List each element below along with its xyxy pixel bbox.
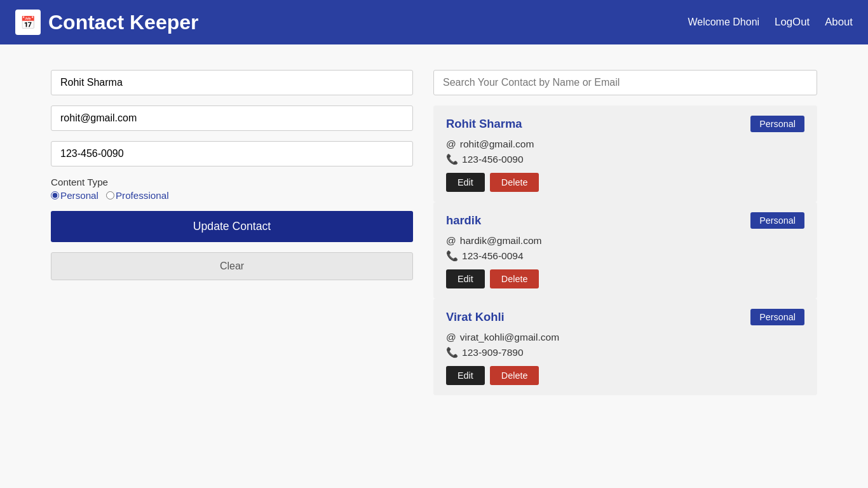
contact-actions: Edit Delete [446, 269, 804, 288]
contact-actions: Edit Delete [446, 366, 804, 385]
brand: 📅 Contact Keeper [15, 10, 199, 35]
contact-type-badge: Personal [750, 309, 804, 325]
delete-button[interactable]: Delete [490, 366, 539, 385]
contact-name: Virat Kohli [446, 310, 505, 324]
radio-personal[interactable] [51, 191, 59, 200]
contact-type-badge: Personal [750, 212, 804, 229]
contact-type-badge: Personal [750, 116, 804, 132]
phone-icon: 📞 [446, 347, 458, 358]
logout-link[interactable]: LogOut [775, 16, 810, 29]
contact-card: hardik Personal @ hardik@gmail.com 📞 123… [433, 202, 817, 299]
radio-professional-label[interactable]: Professional [116, 190, 169, 201]
contact-info: @ hardik@gmail.com 📞 123-456-0094 [446, 235, 804, 262]
search-input[interactable] [433, 70, 817, 95]
at-icon: @ [446, 332, 456, 343]
radio-professional[interactable] [106, 191, 114, 200]
contact-phone-row: 📞 123-456-0094 [446, 250, 804, 262]
contact-card-header: Virat Kohli Personal [446, 309, 804, 325]
delete-button[interactable]: Delete [490, 173, 539, 192]
delete-button[interactable]: Delete [490, 269, 539, 288]
contact-card: Virat Kohli Personal @ virat_kohli@gmail… [433, 299, 817, 395]
contact-phone-row: 📞 123-456-0090 [446, 154, 804, 165]
edit-button[interactable]: Edit [446, 173, 485, 192]
at-icon: @ [446, 139, 456, 150]
main-content: Content Type Personal Professional Updat… [0, 44, 868, 421]
content-type-section: Content Type Personal Professional [51, 177, 413, 201]
contact-card-header: hardik Personal [446, 212, 804, 229]
at-icon: @ [446, 235, 456, 247]
edit-form-panel: Content Type Personal Professional Updat… [51, 70, 413, 395]
contact-email-row: @ virat_kohli@gmail.com [446, 332, 804, 343]
edit-button[interactable]: Edit [446, 366, 485, 385]
update-contact-button[interactable]: Update Contact [51, 211, 413, 242]
contact-info: @ rohit@gmail.com 📞 123-456-0090 [446, 139, 804, 165]
navbar-links: Welcome Dhoni LogOut About [688, 16, 853, 29]
name-input[interactable] [51, 70, 413, 95]
contact-phone-row: 📞 123-909-7890 [446, 347, 804, 358]
contact-phone: 123-909-7890 [462, 347, 524, 358]
phone-icon: 📞 [446, 250, 458, 262]
welcome-text: Welcome Dhoni [688, 17, 759, 28]
brand-icon: 📅 [15, 10, 41, 35]
radio-personal-label[interactable]: Personal [60, 190, 98, 201]
edit-button[interactable]: Edit [446, 269, 485, 288]
contact-phone: 123-456-0090 [462, 154, 524, 165]
email-input[interactable] [51, 105, 413, 131]
contact-email: hardik@gmail.com [460, 235, 542, 247]
clear-button[interactable]: Clear [51, 252, 413, 280]
contact-email-row: @ hardik@gmail.com [446, 235, 804, 247]
contact-name: hardik [446, 214, 481, 227]
content-type-label: Content Type [51, 177, 413, 187]
contact-card-header: Rohit Sharma Personal [446, 116, 804, 132]
contact-card: Rohit Sharma Personal @ rohit@gmail.com … [433, 105, 817, 202]
right-panel: Rohit Sharma Personal @ rohit@gmail.com … [433, 70, 817, 395]
contact-email: virat_kohli@gmail.com [460, 332, 559, 343]
radio-group: Personal Professional [51, 190, 413, 201]
contact-email-row: @ rohit@gmail.com [446, 139, 804, 150]
phone-input[interactable] [51, 141, 413, 166]
contacts-list: Rohit Sharma Personal @ rohit@gmail.com … [433, 105, 817, 395]
contact-actions: Edit Delete [446, 173, 804, 192]
brand-name: Contact Keeper [48, 11, 199, 34]
contact-email: rohit@gmail.com [460, 139, 534, 150]
contact-name: Rohit Sharma [446, 117, 522, 131]
navbar: 📅 Contact Keeper Welcome Dhoni LogOut Ab… [0, 0, 868, 44]
about-link[interactable]: About [825, 16, 853, 29]
contact-phone: 123-456-0094 [462, 250, 524, 262]
phone-icon: 📞 [446, 154, 458, 165]
contact-info: @ virat_kohli@gmail.com 📞 123-909-7890 [446, 332, 804, 358]
